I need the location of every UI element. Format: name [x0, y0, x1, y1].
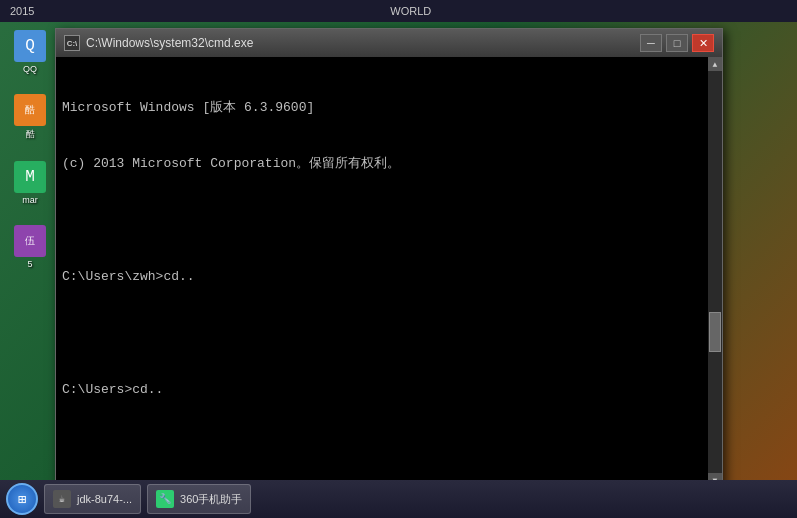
mar-icon-label: mar	[22, 195, 38, 205]
cmd-line-7	[62, 438, 702, 457]
maximize-button[interactable]: □	[666, 34, 688, 52]
close-button[interactable]: ✕	[692, 34, 714, 52]
ku-icon: 酷	[14, 94, 46, 126]
qq-icon-label: QQ	[23, 64, 37, 74]
cmd-scrollbar[interactable]: ▲ ▼	[708, 57, 722, 487]
cmd-icon: C:\	[64, 35, 80, 51]
jdk-icon: ☕	[53, 490, 71, 508]
mar-icon: M	[14, 161, 46, 193]
cmd-line-4: C:\Users\zwh>cd..	[62, 268, 702, 287]
cmd-body: Microsoft Windows [版本 6.3.9600] (c) 2013…	[56, 57, 722, 487]
desktop-icon-mar[interactable]: M mar	[10, 161, 50, 205]
cmd-titlebar[interactable]: C:\ C:\Windows\system32\cmd.exe ─ □ ✕	[56, 29, 722, 57]
desktop-icons-panel: Q QQ 酷 酷 M mar 伍 5	[10, 30, 50, 269]
desktop-icon-ku[interactable]: 酷 酷	[10, 94, 50, 141]
cmd-line-2: (c) 2013 Microsoft Corporation。保留所有权利。	[62, 155, 702, 174]
cmd-line-3	[62, 212, 702, 231]
taskbar-top-year: 2015	[10, 5, 34, 17]
desktop-icon-wu[interactable]: 伍 5	[10, 225, 50, 269]
qq-icon: Q	[14, 30, 46, 62]
desktop: 2015 WORLD Q QQ 酷 酷 M mar 伍 5 C:\	[0, 0, 797, 518]
start-button[interactable]: ⊞	[6, 483, 38, 515]
cmd-window-buttons: ─ □ ✕	[640, 34, 714, 52]
cmd-titlebar-left: C:\ C:\Windows\system32\cmd.exe	[64, 35, 253, 51]
taskbar-bottom: ⊞ ☕ jdk-8u74-... 🔧 360手机助手	[0, 480, 797, 518]
360-label: 360手机助手	[180, 492, 242, 507]
taskbar-top: 2015 WORLD	[0, 0, 797, 22]
cmd-line-1: Microsoft Windows [版本 6.3.9600]	[62, 99, 702, 118]
cmd-line-5	[62, 325, 702, 344]
ku-icon-label: 酷	[26, 128, 35, 141]
scroll-up-arrow[interactable]: ▲	[708, 57, 722, 71]
windows-logo-icon: ⊞	[18, 491, 26, 508]
taskbar-app-360[interactable]: 🔧 360手机助手	[147, 484, 251, 514]
wu-icon: 伍	[14, 225, 46, 257]
cmd-window: C:\ C:\Windows\system32\cmd.exe ─ □ ✕ Mi…	[55, 28, 723, 488]
scroll-thumb[interactable]	[709, 312, 721, 352]
taskbar-app-jdk[interactable]: ☕ jdk-8u74-...	[44, 484, 141, 514]
jdk-label: jdk-8u74-...	[77, 493, 132, 505]
cmd-content[interactable]: Microsoft Windows [版本 6.3.9600] (c) 2013…	[56, 57, 708, 487]
cmd-title: C:\Windows\system32\cmd.exe	[86, 36, 253, 50]
scroll-track	[708, 71, 722, 473]
minimize-button[interactable]: ─	[640, 34, 662, 52]
360-icon: 🔧	[156, 490, 174, 508]
desktop-icon-qq[interactable]: Q QQ	[10, 30, 50, 74]
wu-icon-label: 5	[27, 259, 32, 269]
cmd-line-6: C:\Users>cd..	[62, 381, 702, 400]
taskbar-top-world: WORLD	[390, 5, 431, 17]
